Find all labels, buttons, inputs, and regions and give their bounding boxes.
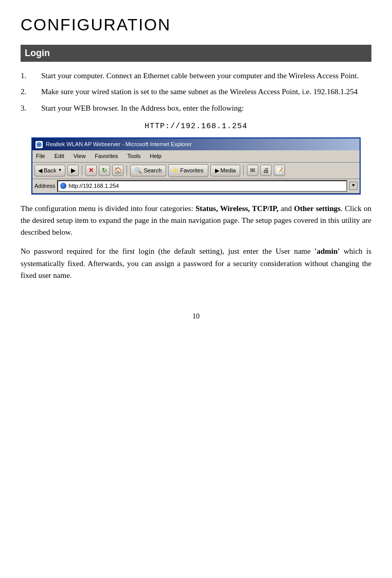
para1-before: The configuration menu is divided into f… <box>21 204 195 213</box>
para1-bold1: Status, Wireless, TCP/IP, <box>195 204 278 213</box>
media-button[interactable]: ▶ Media <box>210 165 241 177</box>
step-3: 3. Start your WEB browser. In the Addres… <box>21 102 371 114</box>
step-1: 1. Start your computer. Connect an Ether… <box>21 70 371 82</box>
refresh-button[interactable]: ↻ <box>99 165 110 176</box>
mail-button[interactable]: ✉ <box>247 165 258 176</box>
address-scroll-btn[interactable]: ▼ <box>349 182 358 190</box>
edit-icon: 📝 <box>276 166 283 176</box>
back-button[interactable]: ◀ Back ▼ <box>34 165 65 177</box>
svg-point-0 <box>37 142 42 147</box>
back-label: Back <box>44 166 56 175</box>
globe-icon <box>60 183 66 189</box>
para2-before: No password required for the first login… <box>21 247 314 255</box>
step-1-num: 1. <box>21 70 41 82</box>
back-dropdown-icon: ▼ <box>58 167 62 173</box>
para1-middle: and <box>278 204 294 213</box>
step-2-text: Make sure your wired station is set to t… <box>41 86 371 98</box>
home-button[interactable]: 🏠 <box>112 165 123 176</box>
ie-icon <box>35 141 43 148</box>
menu-view[interactable]: View <box>72 151 87 161</box>
forward-arrow-icon: ▶ <box>71 166 76 176</box>
browser-screenshot: Realtek WLAN AP Webserver - Microsoft In… <box>31 137 361 195</box>
print-icon: 🖨 <box>263 166 269 176</box>
para2-bold: 'admin' <box>314 247 340 255</box>
browser-title: Realtek WLAN AP Webserver - Microsoft In… <box>46 140 357 149</box>
para1-bold2: Other settings <box>294 204 341 213</box>
menu-help[interactable]: Help <box>148 151 163 161</box>
section-header-login: Login <box>21 45 371 62</box>
content-body: 1. Start your computer. Connect an Ether… <box>21 70 371 282</box>
toolbar-sep-1 <box>82 165 82 176</box>
paragraph-1: The configuration menu is divided into f… <box>21 203 371 239</box>
media-label: Media <box>221 166 236 175</box>
step-1-text: Start your computer. Connect an Ethernet… <box>41 70 371 82</box>
step-2: 2. Make sure your wired station is set t… <box>21 86 371 98</box>
browser-addressbar: Address http://192.168.1.254 ▼ <box>32 179 360 194</box>
media-icon: ▶ <box>215 166 219 175</box>
stop-button[interactable]: ✕ <box>85 165 97 176</box>
menu-file[interactable]: File <box>34 151 47 161</box>
favorites-label: Favorites <box>180 166 203 175</box>
edit-button[interactable]: 📝 <box>274 165 285 176</box>
menu-edit[interactable]: Edit <box>53 151 66 161</box>
favorites-button[interactable]: ★ Favorites <box>168 164 208 177</box>
menu-tools[interactable]: Tools <box>126 151 142 161</box>
mail-icon: ✉ <box>250 166 255 176</box>
page-number: 10 <box>21 312 371 321</box>
paragraph-2: No password required for the first login… <box>21 246 371 282</box>
search-label: Search <box>144 166 162 175</box>
steps-list: 1. Start your computer. Connect an Ether… <box>21 70 371 114</box>
stop-icon: ✕ <box>88 166 94 176</box>
home-icon: 🏠 <box>114 166 122 176</box>
print-button[interactable]: 🖨 <box>260 165 272 176</box>
browser-menubar: File Edit View Favorites Tools Help <box>32 150 360 163</box>
address-input-field[interactable]: http://192.168.1.254 <box>57 180 347 192</box>
back-arrow-icon: ◀ <box>38 166 42 175</box>
page-title: CONFIGURATION <box>21 15 371 34</box>
forward-button[interactable]: ▶ <box>67 165 79 176</box>
address-label: Address <box>34 182 55 190</box>
refresh-icon: ↻ <box>102 166 107 176</box>
toolbar-sep-2 <box>127 165 127 176</box>
search-button[interactable]: 🔍 Search <box>130 165 166 177</box>
menu-favorites[interactable]: Favorites <box>93 151 119 161</box>
star-icon: ★ <box>173 166 179 176</box>
address-value: http://192.168.1.254 <box>68 182 119 190</box>
step-3-num: 3. <box>21 102 41 114</box>
step-2-num: 2. <box>21 86 41 98</box>
search-icon: 🔍 <box>135 166 142 175</box>
url-display: HTTP://192.168.1.254 <box>21 120 371 132</box>
step-3-text: Start your WEB browser. In the Address b… <box>41 102 371 114</box>
browser-titlebar: Realtek WLAN AP Webserver - Microsoft In… <box>32 138 360 150</box>
toolbar-sep-3 <box>243 165 244 176</box>
browser-toolbar: ◀ Back ▼ ▶ ✕ ↻ 🏠 <box>32 163 360 179</box>
